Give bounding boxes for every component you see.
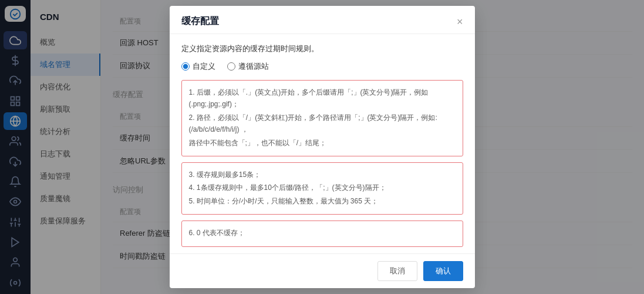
confirm-button[interactable]: 确认 [423, 261, 463, 281]
info-box-2: 3. 缓存规则最多15条； 4. 1条缓存规则中，最多10个后缀/路径，「;」(… [181, 162, 463, 215]
modal-title: 缓存配置 [181, 15, 219, 28]
radio-custom-label: 自定义 [193, 61, 215, 72]
modal-footer: 取消 确认 [170, 253, 475, 288]
radio-custom[interactable]: 自定义 [181, 61, 215, 72]
footer-buttons: 取消 确认 [377, 261, 463, 281]
radio-custom-input[interactable] [181, 62, 190, 71]
modal-description: 定义指定资源内容的缓存过期时间规则。 [181, 44, 463, 54]
info-box-1: 1. 后缀，必须以「.」(英文点)开始，多个后缀请用「;」(英文分号)隔开，例如… [181, 80, 463, 156]
info-line-1-2: 2. 路径，必须以「/」(英文斜杠)开始，多个路径请用「;」(英文分号)隔开，例… [189, 112, 456, 136]
modal-body: 定义指定资源内容的缓存过期时间规则。 自定义 遵循源站 1. 后缀，必须以「.」… [170, 34, 475, 253]
info-line-1-3: 路径中不能包含「;」，也不能以「/」结尾； [189, 137, 456, 149]
info-line-1-1: 1. 后缀，必须以「.」(英文点)开始，多个后缀请用「;」(英文分号)隔开，例如… [189, 86, 456, 111]
radio-follow-origin[interactable]: 遵循源站 [227, 61, 269, 72]
radio-follow-label: 遵循源站 [238, 61, 269, 72]
radio-group: 自定义 遵循源站 [181, 61, 463, 72]
info-line-2-3: 5. 时间单位：分/小时/天，只能输入整数，最大值为 365 天； [189, 195, 456, 207]
cache-config-modal: 缓存配置 × 定义指定资源内容的缓存过期时间规则。 自定义 遵循源站 1. 后缀… [170, 6, 475, 288]
cancel-button[interactable]: 取消 [377, 261, 417, 281]
info-line-2-1: 3. 缓存规则最多15条； [189, 169, 456, 181]
info-box-3: 6. 0 代表不缓存； [181, 220, 463, 246]
radio-follow-input[interactable] [227, 62, 235, 71]
info-line-3-1: 6. 0 代表不缓存； [189, 227, 456, 239]
modal-header: 缓存配置 × [170, 6, 475, 34]
info-line-2-2: 4. 1条缓存规则中，最多10个后缀/路径，「;」(英文分号)隔开； [189, 182, 456, 193]
modal-overlay[interactable]: 缓存配置 × 定义指定资源内容的缓存过期时间规则。 自定义 遵循源站 1. 后缀… [0, 0, 644, 294]
modal-close-button[interactable]: × [457, 16, 463, 27]
